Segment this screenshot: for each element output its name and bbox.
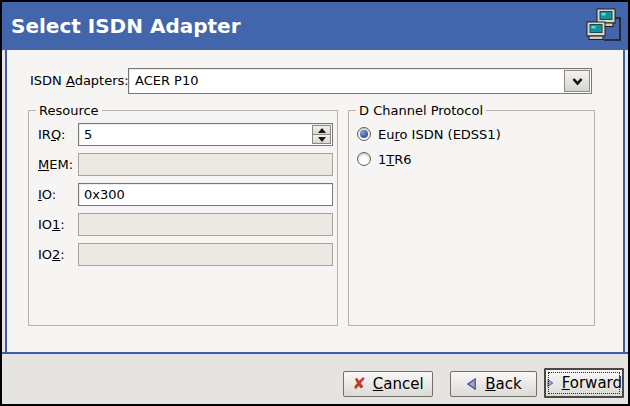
io-label: IO: xyxy=(38,187,56,202)
back-button[interactable]: Back xyxy=(450,371,537,397)
combo-dropdown-button[interactable] xyxy=(564,70,590,92)
back-button-label: Back xyxy=(485,375,521,393)
mem-input xyxy=(78,153,333,176)
arrow-down-icon xyxy=(318,137,326,142)
radio-euro-isdn[interactable]: Euro ISDN (EDSS1) xyxy=(357,126,501,142)
io2-label: IO2: xyxy=(38,247,65,262)
io1-input xyxy=(78,213,333,236)
io1-label: IO1: xyxy=(38,217,65,232)
dialog-select-isdn-adapter: Select ISDN Adapter ISDN Adapters: ACER … xyxy=(0,0,630,406)
forward-button-label: Forward xyxy=(562,374,622,392)
d-channel-protocol-group xyxy=(348,110,595,326)
resource-group-legend: Resource xyxy=(36,103,102,118)
cancel-x-icon: ✘ xyxy=(352,376,365,392)
isdn-adapter-combobox[interactable]: ACER P10 xyxy=(128,68,592,94)
arrow-up-icon xyxy=(318,128,326,133)
dialog-title: Select ISDN Adapter xyxy=(11,2,241,50)
titlebar: Select ISDN Adapter xyxy=(2,2,628,50)
io-input[interactable] xyxy=(78,183,333,206)
computer-front xyxy=(587,22,605,40)
d-channel-protocol-legend: D Channel Protocol xyxy=(356,103,486,118)
cancel-button[interactable]: ✘ Cancel xyxy=(343,371,433,397)
spin-down-button[interactable] xyxy=(312,134,331,144)
radio-euro-isdn-label: Euro ISDN (EDSS1) xyxy=(378,127,501,142)
radio-1tr6[interactable]: 1TR6 xyxy=(357,151,412,167)
combo-selected-value: ACER P10 xyxy=(129,69,563,93)
io2-input xyxy=(78,243,333,266)
irq-label: IRQ: xyxy=(38,127,66,142)
chevron-down-icon xyxy=(571,76,584,87)
arrow-right-icon xyxy=(546,376,555,390)
isdn-adapters-label: ISDN Adapters: xyxy=(30,73,129,88)
cancel-button-label: Cancel xyxy=(373,375,424,393)
forward-button[interactable]: Forward xyxy=(544,368,624,398)
irq-input[interactable] xyxy=(79,124,309,145)
irq-spinbox xyxy=(78,123,333,146)
irq-spin-buttons xyxy=(312,125,331,144)
mem-label: MEM: xyxy=(38,157,73,172)
network-computers-icon xyxy=(585,7,623,45)
radio-1tr6-label: 1TR6 xyxy=(378,152,412,167)
radio-unselected-icon[interactable] xyxy=(357,152,371,166)
radio-selected-icon[interactable] xyxy=(357,127,371,141)
arrow-left-icon xyxy=(465,377,478,391)
